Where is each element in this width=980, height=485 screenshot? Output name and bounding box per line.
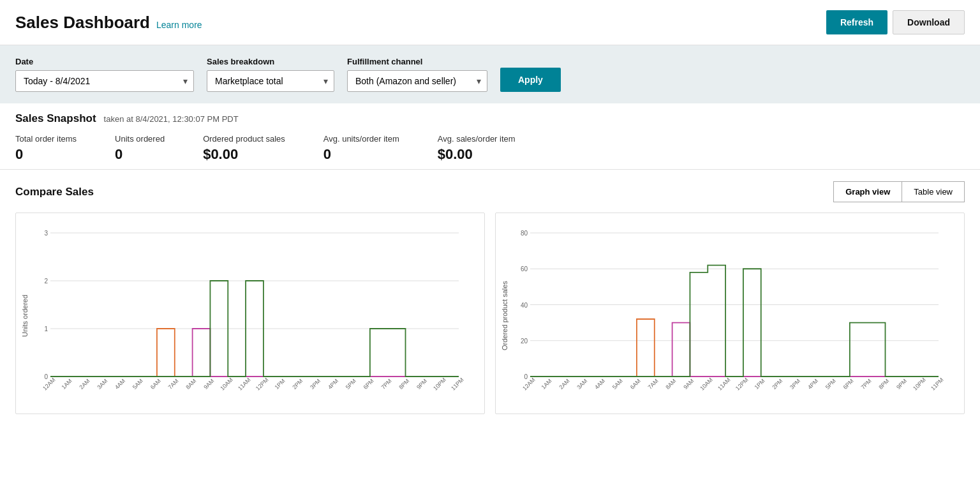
channel-filter-group: Fulfillment channel Both (Amazon and sel…: [347, 57, 487, 92]
svg-text:3: 3: [44, 230, 48, 237]
svg-text:4PM: 4PM: [806, 378, 819, 391]
metric-value: 0: [115, 146, 165, 163]
metric-value: $0.00: [203, 146, 285, 163]
metric-label: Ordered product sales: [203, 134, 285, 144]
metric: Avg. units/order item 0: [323, 134, 399, 163]
metric-label: Avg. units/order item: [323, 134, 399, 144]
svg-text:9PM: 9PM: [895, 378, 908, 391]
metric-value: 0: [15, 146, 77, 163]
snapshot-title: Sales Snapshot: [15, 112, 96, 125]
compare-header: Compare Sales Graph view Table view: [15, 181, 965, 202]
metric-value: 0: [323, 146, 399, 163]
metric: Ordered product sales $0.00: [203, 134, 285, 163]
view-toggle: Graph view Table view: [833, 181, 965, 202]
metric-value: $0.00: [438, 146, 516, 163]
svg-text:12PM: 12PM: [255, 377, 270, 392]
svg-text:7AM: 7AM: [167, 378, 180, 391]
apply-button[interactable]: Apply: [500, 68, 561, 92]
metric-label: Units ordered: [115, 134, 165, 144]
svg-text:8PM: 8PM: [877, 378, 890, 391]
svg-text:4PM: 4PM: [327, 378, 339, 391]
svg-text:2AM: 2AM: [558, 378, 570, 391]
svg-text:5PM: 5PM: [824, 378, 837, 391]
svg-text:2PM: 2PM: [771, 378, 783, 391]
left-y-axis-label: Units ordered: [21, 223, 29, 408]
svg-text:5PM: 5PM: [345, 378, 357, 391]
compare-section: Compare Sales Graph view Table view Unit…: [0, 170, 980, 426]
svg-text:9PM: 9PM: [415, 378, 428, 391]
svg-text:2: 2: [44, 278, 48, 285]
learn-more-link[interactable]: Learn more: [156, 20, 202, 30]
svg-text:60: 60: [521, 265, 528, 272]
table-view-button[interactable]: Table view: [902, 181, 965, 202]
svg-text:1AM: 1AM: [61, 378, 73, 391]
date-label: Date: [15, 57, 194, 66]
svg-text:1: 1: [44, 325, 48, 332]
date-filter-group: Date Today - 8/4/2021: [15, 57, 194, 92]
svg-text:9AM: 9AM: [682, 378, 695, 391]
svg-text:8AM: 8AM: [664, 378, 677, 391]
svg-text:4AM: 4AM: [593, 378, 606, 391]
svg-text:7PM: 7PM: [859, 378, 872, 391]
metric: Units ordered 0: [115, 134, 165, 163]
svg-text:6PM: 6PM: [842, 378, 855, 391]
svg-text:20: 20: [521, 338, 528, 345]
compare-title: Compare Sales: [15, 186, 94, 198]
svg-text:10AM: 10AM: [699, 377, 714, 392]
svg-text:3PM: 3PM: [789, 378, 801, 391]
left-chart-svg: 012312AM1AM2AM3AM4AM5AM6AM7AM8AM9AM10AM1…: [31, 223, 465, 408]
svg-text:11AM: 11AM: [716, 377, 732, 392]
date-select-wrapper[interactable]: Today - 8/4/2021: [15, 70, 194, 92]
svg-text:7AM: 7AM: [647, 378, 660, 391]
breakdown-label: Sales breakdown: [207, 57, 334, 66]
svg-text:5AM: 5AM: [611, 378, 624, 391]
svg-text:40: 40: [521, 302, 528, 309]
snapshot-header: Sales Snapshot taken at 8/4/2021, 12:30:…: [15, 112, 965, 125]
header-left: Sales Dashboard Learn more: [15, 13, 202, 33]
channel-select-wrapper[interactable]: Both (Amazon and seller): [347, 70, 487, 92]
svg-text:10AM: 10AM: [219, 377, 234, 392]
snapshot-metrics: Total order items 0Units ordered 0Ordere…: [15, 134, 965, 163]
channel-label: Fulfillment channel: [347, 57, 487, 66]
left-chart-wrapper: Units ordered 012312AM1AM2AM3AM4AM5AM6AM…: [15, 213, 485, 414]
svg-text:0: 0: [524, 373, 528, 380]
refresh-button[interactable]: Refresh: [826, 10, 887, 34]
svg-text:6PM: 6PM: [362, 378, 375, 391]
breakdown-select-wrapper[interactable]: Marketplace total: [207, 70, 334, 92]
snapshot-section: Sales Snapshot taken at 8/4/2021, 12:30:…: [0, 103, 980, 170]
svg-text:2AM: 2AM: [78, 378, 91, 391]
graph-view-button[interactable]: Graph view: [833, 181, 902, 202]
right-chart-svg-wrapper: Ordered product sales 02040608012AM1AM2A…: [501, 223, 959, 408]
svg-text:6AM: 6AM: [629, 378, 642, 391]
svg-text:0: 0: [44, 373, 48, 380]
header-right: Refresh Download: [826, 10, 965, 34]
header: Sales Dashboard Learn more Refresh Downl…: [0, 0, 980, 45]
svg-text:8PM: 8PM: [397, 378, 410, 391]
right-chart-svg: 02040608012AM1AM2AM3AM4AM5AM6AM7AM8AM9AM…: [511, 223, 945, 408]
svg-text:1PM: 1PM: [274, 378, 286, 391]
svg-text:9AM: 9AM: [202, 378, 215, 391]
right-y-axis-label: Ordered product sales: [501, 223, 509, 408]
filter-bar: Date Today - 8/4/2021 Sales breakdown Ma…: [0, 45, 980, 103]
snapshot-time: taken at 8/4/2021, 12:30:07 PM PDT: [104, 114, 239, 124]
svg-text:80: 80: [521, 230, 528, 237]
metric: Total order items 0: [15, 134, 77, 163]
svg-text:1AM: 1AM: [540, 378, 553, 391]
download-button[interactable]: Download: [893, 10, 965, 34]
date-select[interactable]: Today - 8/4/2021: [15, 70, 194, 92]
channel-select[interactable]: Both (Amazon and seller): [347, 70, 487, 92]
svg-text:10PM: 10PM: [432, 377, 447, 392]
svg-text:4AM: 4AM: [114, 378, 126, 391]
page-title: Sales Dashboard: [15, 13, 150, 33]
metric: Avg. sales/order item $0.00: [438, 134, 516, 163]
svg-text:7PM: 7PM: [380, 378, 392, 391]
svg-text:11PM: 11PM: [450, 377, 465, 392]
svg-text:10PM: 10PM: [912, 377, 927, 392]
metric-label: Total order items: [15, 134, 77, 144]
breakdown-select[interactable]: Marketplace total: [207, 70, 334, 92]
svg-text:5AM: 5AM: [131, 378, 144, 391]
svg-text:12PM: 12PM: [734, 377, 750, 392]
breakdown-filter-group: Sales breakdown Marketplace total: [207, 57, 334, 92]
svg-text:3AM: 3AM: [575, 378, 588, 391]
svg-text:11PM: 11PM: [930, 377, 945, 392]
